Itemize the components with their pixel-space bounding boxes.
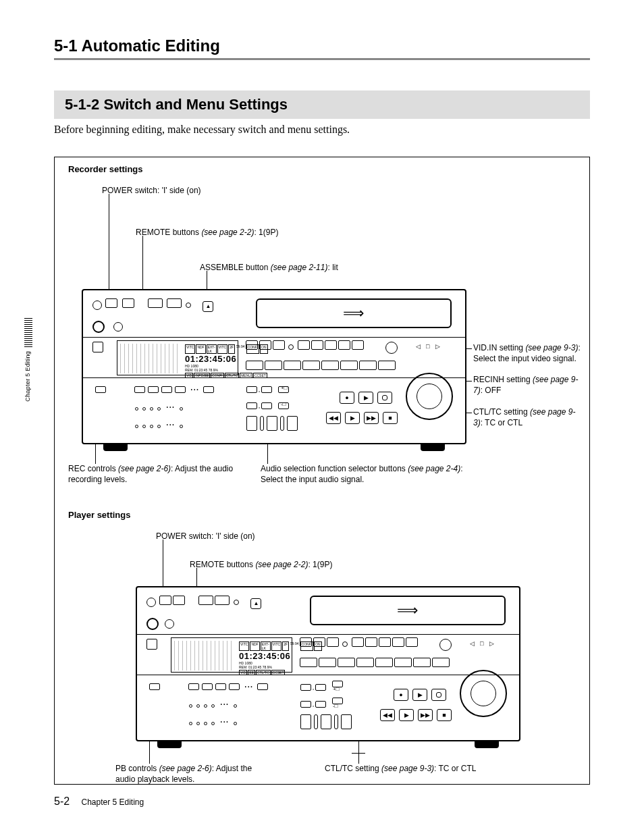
led-icon: [186, 303, 191, 308]
generic-button-icon: [148, 298, 163, 308]
power-switch-icon: [92, 300, 102, 310]
generic-button-icon: [105, 298, 117, 308]
stop-icon: ■: [383, 412, 398, 424]
rew-icon: ◀◀: [326, 412, 341, 424]
callout-rec-controls: REC controls (see page 2-6): Adjust the …: [68, 464, 237, 485]
subsection-heading: 5-1-2 Switch and Menu Settings: [54, 90, 590, 119]
callout-remote-recorder: REMOTE buttons (see page 2-2): 1(9P): [136, 228, 278, 238]
callout-ctltc-recorder: CTL/TC setting (see page 9-3): TC or CTL: [473, 407, 581, 428]
ff-icon: ▶▶: [364, 412, 379, 424]
callout-power-recorder: POWER switch: 'I' side (on): [102, 186, 201, 196]
stop-icon: ■: [437, 709, 452, 721]
generic-button-icon: [167, 298, 182, 308]
cassette-slot: ⟹: [310, 596, 506, 625]
lcd-display: VITCNDFEXT-LKVITC2F59.94CONFION 01:23:45…: [171, 637, 292, 673]
callout-pb-controls: PB controls (see page 2-6): Adjust the a…: [115, 764, 257, 785]
player-device: ▲ ⟹ VITCNDFEXT-LKVITC2F59.94CONFION 01:2…: [136, 586, 520, 741]
knob-icon: [113, 322, 123, 332]
title-rule: [54, 58, 590, 60]
callout-ctltc-player: CTL/TC setting (see page 9-3): TC or CTL: [325, 764, 507, 775]
lcd-display: VITCNDFEXT-LKVITC2F59.94CONFION 01:23:45…: [117, 340, 238, 375]
recorder-device: ▲ ⟹ VITCNDFEXT-LKVITC2F59.94CONFION 01:2…: [82, 289, 466, 444]
jog-dial-icon: [406, 373, 453, 420]
intro-paragraph: Before beginning editing, make necessary…: [54, 123, 365, 137]
power-switch-icon: [146, 598, 156, 607]
callout-recinh: RECINH setting (see page 9-7): OFF: [473, 375, 581, 396]
cassette-slot: ⟹: [256, 298, 452, 328]
recorder-settings-heading: Recorder settings: [68, 164, 143, 174]
ff-icon: ▶▶: [418, 709, 433, 721]
eject-icon: ▲: [250, 598, 261, 609]
control-icon: [92, 342, 103, 352]
rec-dot-icon: ●: [340, 392, 354, 404]
side-chapter-tab: Chapter 5 Editing: [24, 317, 32, 405]
transport-controls: ● ▶: [340, 392, 392, 404]
play-icon: ▶: [358, 392, 373, 404]
callout-remote-player: REMOTE buttons (see page 2-2): 1(9P): [190, 560, 332, 571]
arrow-right-icon: ⟹: [343, 305, 365, 322]
page-footer: 5-2 Chapter 5 Editing: [54, 795, 144, 808]
callout-audio-select: Audio selection function selector button…: [261, 464, 477, 485]
play-icon: ▶: [399, 709, 414, 721]
arrow-right-icon: ⟹: [397, 602, 419, 619]
settings-diagram: Recorder settings POWER switch: 'I' side…: [54, 157, 590, 785]
footer-chapter: Chapter 5 Editing: [81, 797, 144, 807]
rew-icon: ◀◀: [380, 709, 395, 721]
jog-dial-icon: [460, 670, 507, 717]
generic-button-icon: [122, 298, 134, 308]
rec-dot-icon: ●: [394, 689, 408, 701]
page-number: 5-2: [54, 795, 70, 807]
indicator-icon: ◁ □ ▷: [416, 343, 442, 350]
callout-power-player: POWER switch: 'I' side (on): [156, 531, 255, 542]
play-icon: ▶: [345, 412, 360, 424]
player-settings-heading: Player settings: [68, 510, 131, 520]
eject-icon: ▲: [203, 301, 213, 312]
play-icon: ▶: [412, 689, 427, 701]
knob-icon: [92, 321, 105, 333]
callout-assemble: ASSEMBLE button (see page 2-11): lit: [200, 263, 338, 273]
knob-icon: [385, 342, 398, 354]
page-title: 5-1 Automatic Editing: [54, 36, 220, 55]
callout-vidin: VID.IN setting (see page 9-3): Select th…: [473, 343, 581, 364]
